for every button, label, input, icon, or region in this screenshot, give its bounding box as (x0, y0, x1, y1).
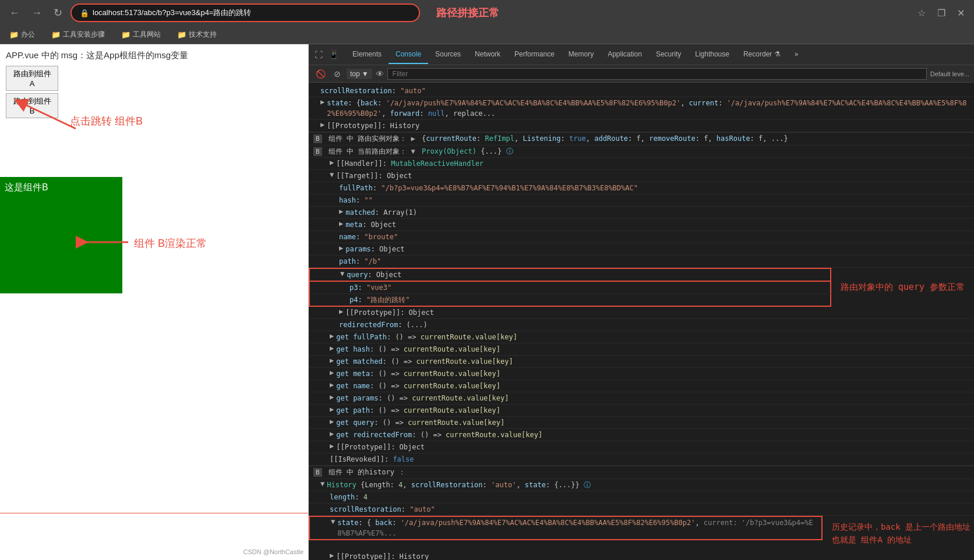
console-line: redirectedFrom: (...) (309, 319, 974, 331)
star-button[interactable]: ☆ (914, 5, 929, 21)
back-button[interactable]: ← (6, 5, 23, 22)
triangle-icon[interactable] (331, 518, 335, 526)
tab-more[interactable]: » (788, 45, 806, 64)
bookmark-tools-install[interactable]: 📁 工具安装步骤 (48, 29, 108, 41)
bookmarks-bar: 📁 办公 📁 工具安装步骤 📁 工具网站 📁 技术支持 (0, 26, 974, 44)
triangle-icon[interactable] (339, 219, 343, 228)
app-msg: APP.vue 中的 msg：这是App根组件的msg变量 (6, 50, 302, 61)
console-line: [[Prototype]]: History (309, 551, 974, 560)
forward-button[interactable]: → (28, 5, 45, 22)
bookmark-tech-support[interactable]: 📁 技术支持 (174, 29, 220, 41)
devtools-mobile-button[interactable]: 📱 (326, 48, 341, 62)
annotation-render-b: 组件 B渲染正常 (134, 238, 207, 249)
tab-network[interactable]: Network (468, 45, 507, 64)
browser-actions: ☆ ❐ ✕ (914, 5, 968, 21)
eye-icon[interactable]: 👁 (376, 69, 384, 79)
folder-icon: 📁 (121, 30, 130, 39)
address-text: localhost:5173/abc/b?p3=vue3&p4=路由的跳转 (93, 8, 251, 18)
triangle-icon[interactable] (330, 344, 334, 352)
console-line-b-router: B 组件 中 路由实例对象： {currentRoute: RefImpl, L… (309, 132, 974, 146)
reload-button[interactable]: ↻ (50, 4, 66, 22)
clear-console-button[interactable]: 🚫 (313, 67, 328, 81)
console-line: [[Prototype]]: Object (309, 307, 974, 319)
triangle-icon[interactable] (330, 381, 334, 389)
console-line: get query: () => currentRoute.value[key] (309, 417, 974, 429)
page-headline: 路径拼接正常 (436, 6, 499, 20)
console-line: get matched: () => currentRoute.value[ke… (309, 356, 974, 368)
chevron-down-icon: ▼ (362, 70, 369, 78)
triangle-icon[interactable] (330, 551, 334, 559)
console-line-matched: matched: Array(1) (309, 207, 974, 219)
address-bar[interactable]: 🔒 localhost:5173/abc/b?p3=vue3&p4=路由的跳转 (70, 3, 420, 22)
arrow-annotation-2: 组件 B渲染正常 (134, 236, 207, 250)
triangle-icon[interactable] (330, 171, 334, 179)
red-divider (0, 513, 308, 513)
folder-icon: 📁 (177, 30, 186, 39)
triangle-icon[interactable] (330, 442, 334, 450)
console-line-name: name: "broute" (309, 231, 974, 243)
lock-icon: 🔒 (80, 9, 89, 17)
console-line: length: 4 (309, 491, 974, 504)
triangle-icon[interactable] (339, 307, 343, 316)
context-selector[interactable]: top ▼ (347, 69, 372, 79)
bookmark-tools-site[interactable]: 📁 工具网站 (118, 29, 164, 41)
console-line-path: path: "/b" (309, 256, 974, 268)
console-line: get redirectedFrom: () => currentRoute.v… (309, 429, 974, 441)
tab-performance[interactable]: Performance (507, 45, 562, 64)
tab-sources[interactable]: Sources (428, 45, 468, 64)
console-line: scrollRestoration: "auto" (309, 504, 974, 516)
triangle-icon[interactable] (330, 393, 334, 401)
triangle-icon[interactable] (330, 368, 334, 377)
console-line-fullpath: fullPath: "/b?p3=vue3&p4=%E8%B7%AF%E7%94… (309, 182, 974, 194)
history-state-section: state: { back: '/a/java/push%E7%9A%84%E7… (309, 516, 974, 551)
console-line: get meta: () => currentRoute.value[key] (309, 368, 974, 380)
window-button[interactable]: ❐ (934, 5, 949, 21)
tab-elements[interactable]: Elements (345, 45, 389, 64)
triangle-icon[interactable] (330, 356, 334, 364)
triangle-icon[interactable] (330, 430, 334, 438)
triangle-icon[interactable] (339, 244, 343, 252)
console-line-meta: meta: Object (309, 219, 974, 231)
route-to-a-button[interactable]: 路由到组件A (6, 66, 58, 91)
triangle-icon[interactable] (411, 147, 415, 155)
folder-icon: 📁 (9, 30, 19, 39)
console-line-p3: p3: "vue3" (309, 282, 831, 294)
triangle-icon[interactable] (320, 98, 324, 106)
bookmark-office[interactable]: 📁 办公 (6, 29, 38, 41)
red-arrow-2 (76, 225, 134, 260)
triangle-icon[interactable] (340, 270, 344, 278)
close-button[interactable]: ✕ (954, 5, 968, 21)
triangle-icon[interactable] (330, 417, 334, 426)
triangle-icon[interactable] (320, 120, 324, 129)
triangle-icon[interactable] (411, 134, 415, 143)
tab-application[interactable]: Application (601, 45, 649, 64)
browser-topbar: ← → ↻ 🔒 localhost:5173/abc/b?p3=vue3&p4=… (0, 0, 974, 26)
console-line: [[IsRevoked]]: false (309, 453, 974, 466)
query-lines: query: Object p3: "vue3" p4: " (309, 268, 831, 307)
console-line: [[Handler]]: MutableReactiveHandler (309, 158, 974, 170)
folder-icon: 📁 (51, 30, 61, 39)
tab-memory[interactable]: Memory (562, 45, 601, 64)
console-line: [[Prototype]]: Object (309, 441, 974, 453)
triangle-icon[interactable] (339, 207, 343, 215)
component-b-label: 这是组件B (5, 182, 48, 194)
tab-recorder[interactable]: Recorder ⚗ (736, 45, 788, 64)
console-line-query: query: Object (309, 268, 831, 282)
tab-console[interactable]: Console (389, 45, 428, 64)
filter-input[interactable] (387, 68, 927, 80)
tab-security[interactable]: Security (649, 45, 688, 64)
triangle-icon[interactable] (330, 332, 334, 340)
triangle-icon[interactable] (320, 480, 324, 488)
bookmark-label: 技术支持 (189, 30, 217, 40)
default-levels-label: Default leve... (930, 70, 969, 77)
tab-lighthouse[interactable]: Lighthouse (688, 45, 736, 64)
console-settings-button[interactable]: ⊘ (331, 67, 343, 81)
console-line-p4: p4: "路由的跳转" (309, 294, 831, 307)
devtools-toolbar: 🚫 ⊘ top ▼ 👁 Default leve... (309, 65, 974, 83)
devtools-inspect-button[interactable]: ⛶ (312, 48, 325, 62)
triangle-icon[interactable] (330, 158, 334, 166)
query-annotation: 路由对象中的 query 参数正常 (831, 277, 974, 297)
triangle-icon[interactable] (330, 405, 334, 413)
main-area: APP.vue 中的 msg：这是App根组件的msg变量 路由到组件A 路由到… (0, 44, 974, 560)
console-line-history-state: state: { back: '/a/java/push%E7%9A%84%E7… (309, 516, 823, 540)
